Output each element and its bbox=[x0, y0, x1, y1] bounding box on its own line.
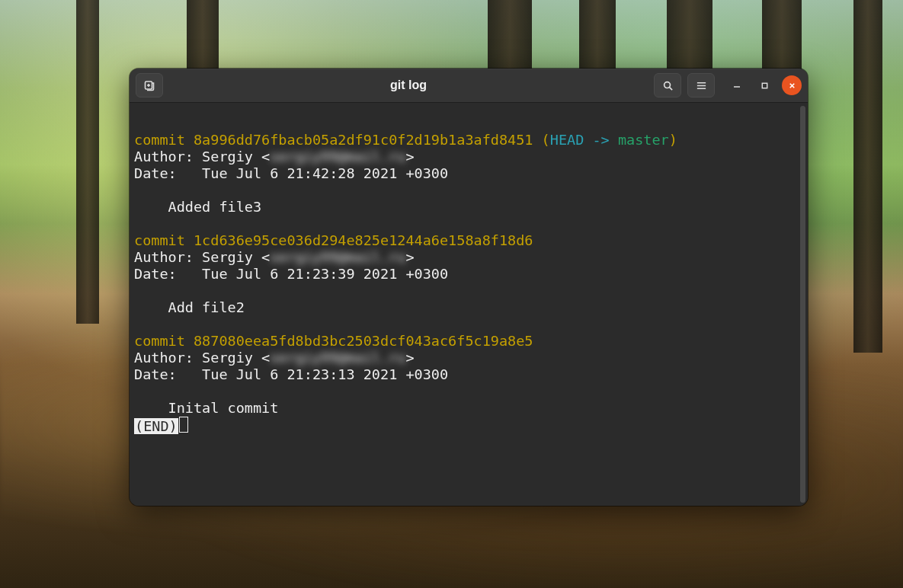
new-tab-icon bbox=[143, 79, 155, 91]
author-email-masked: sergiy99@mail.ru bbox=[270, 249, 405, 265]
desktop-wallpaper: git log bbox=[0, 0, 903, 588]
terminal-area[interactable]: commit 8a996dd76fbacb05a2df91c0f2d19b1a3… bbox=[130, 103, 808, 506]
minimize-icon bbox=[732, 81, 741, 90]
scrollbar[interactable] bbox=[800, 106, 805, 503]
terminal-output[interactable]: commit 8a996dd76fbacb05a2df91c0f2d19b1a3… bbox=[130, 103, 808, 506]
commit-message: Add file2 bbox=[134, 299, 245, 315]
svg-point-1 bbox=[664, 81, 670, 88]
maximize-button[interactable] bbox=[754, 75, 774, 95]
date-line: Date: Tue Jul 6 21:23:39 2021 +0300 bbox=[134, 266, 448, 282]
date-line: Date: Tue Jul 6 21:42:28 2021 +0300 bbox=[134, 165, 448, 181]
search-button[interactable] bbox=[654, 73, 681, 97]
cursor bbox=[179, 417, 188, 433]
commit-message: Inital commit bbox=[134, 400, 278, 416]
author-line: Author: Sergiy <sergiy99@mail.ru> bbox=[134, 350, 415, 366]
menu-button[interactable] bbox=[687, 73, 715, 97]
window-controls bbox=[727, 75, 802, 95]
ref-open: ( bbox=[533, 132, 549, 148]
maximize-icon bbox=[761, 81, 769, 90]
wallpaper-tree bbox=[76, 0, 99, 324]
author-line: Author: Sergiy <sergiy99@mail.ru> bbox=[134, 249, 415, 265]
wallpaper-tree bbox=[853, 0, 882, 353]
close-button[interactable] bbox=[782, 75, 802, 95]
author-email-masked: sergiy99@mail.ru bbox=[270, 149, 405, 165]
close-icon bbox=[788, 81, 796, 90]
commit-line: commit 1cd636e95ce036d294e825e1244a6e158… bbox=[134, 232, 533, 248]
commit-line: commit 8a996dd76fbacb05a2df91c0f2d19b1a3… bbox=[134, 132, 533, 148]
new-tab-button[interactable] bbox=[136, 73, 163, 97]
commit-message: Added file3 bbox=[134, 199, 261, 215]
window-title: git log bbox=[169, 78, 648, 92]
commit-line: commit 887080eea5fd8bd3bc2503dcf043ac6f5… bbox=[134, 333, 533, 349]
head-label: HEAD -> bbox=[550, 132, 618, 148]
search-icon bbox=[662, 80, 674, 91]
terminal-window: git log bbox=[130, 69, 808, 506]
titlebar[interactable]: git log bbox=[130, 69, 808, 103]
pager-end-marker: (END) bbox=[134, 418, 178, 434]
author-email-masked: sergiy99@mail.ru bbox=[270, 350, 405, 366]
hamburger-icon bbox=[696, 80, 707, 91]
date-line: Date: Tue Jul 6 21:23:13 2021 +0300 bbox=[134, 366, 448, 382]
author-line: Author: Sergiy <sergiy99@mail.ru> bbox=[134, 149, 415, 165]
minimize-button[interactable] bbox=[727, 75, 747, 95]
ref-close: ) bbox=[669, 132, 677, 148]
svg-rect-2 bbox=[762, 83, 767, 88]
branch-name: master bbox=[618, 132, 669, 148]
